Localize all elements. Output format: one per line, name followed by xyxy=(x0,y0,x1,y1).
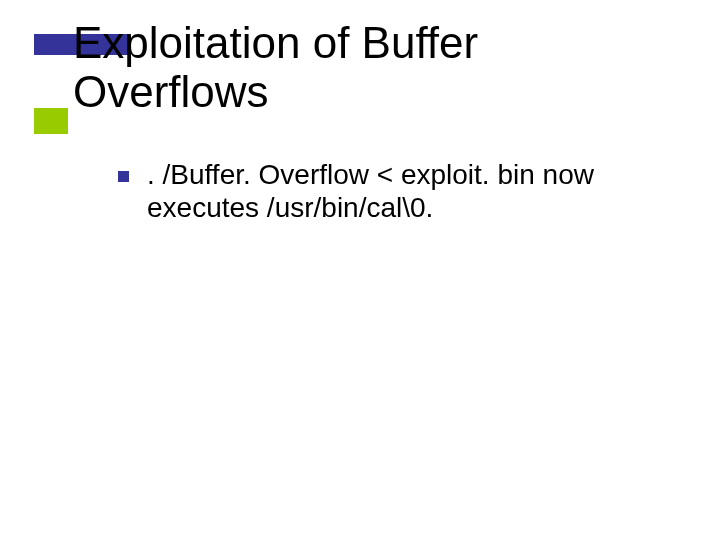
slide-title: Exploitation of Buffer Overflows xyxy=(73,18,663,117)
title-accent-green xyxy=(34,108,68,134)
bullet-text: . /Buffer. Overflow < exploit. bin now e… xyxy=(147,158,658,224)
slide: Exploitation of Buffer Overflows . /Buff… xyxy=(0,0,720,540)
bullet-row: . /Buffer. Overflow < exploit. bin now e… xyxy=(118,158,658,224)
bullet-square-icon xyxy=(118,171,129,182)
